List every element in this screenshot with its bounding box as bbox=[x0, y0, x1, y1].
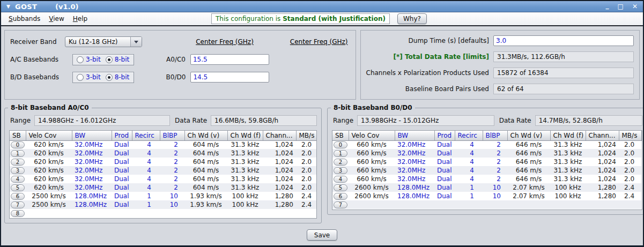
subband-button[interactable]: 5 bbox=[11, 184, 25, 191]
table-cell[interactable]: 2 bbox=[160, 140, 184, 149]
table-cell[interactable]: 32.0MHz bbox=[72, 140, 112, 149]
table-cell[interactable]: 2 bbox=[483, 166, 507, 175]
titlebar[interactable]: ▼ GOST (v1.0) _ □ ✕ bbox=[1, 1, 643, 12]
table-cell[interactable] bbox=[483, 200, 507, 209]
table-cell[interactable]: 2 bbox=[483, 149, 507, 158]
table-cell[interactable]: 4 bbox=[455, 149, 483, 158]
table-cell[interactable] bbox=[72, 209, 112, 218]
subband-button[interactable]: 6 bbox=[334, 193, 347, 200]
subband-button[interactable]: 7 bbox=[11, 201, 25, 208]
bd-8bit-label[interactable]: 8-bit bbox=[115, 73, 130, 81]
window-menu-icon[interactable]: ▼ bbox=[6, 4, 10, 9]
subband-button[interactable]: 0 bbox=[11, 141, 25, 148]
table-cell[interactable]: 32.0MHz bbox=[72, 175, 112, 183]
table-cell[interactable] bbox=[112, 209, 132, 218]
maximize-button-icon[interactable]: □ bbox=[618, 3, 624, 10]
table-cell[interactable]: 32.0MHz bbox=[395, 149, 434, 158]
table-cell[interactable]: Dual bbox=[112, 149, 132, 158]
table-cell[interactable] bbox=[132, 209, 160, 218]
subband-button[interactable]: 8 bbox=[11, 210, 25, 217]
table-cell[interactable]: 10 bbox=[483, 192, 507, 200]
subband-button[interactable]: 1 bbox=[11, 150, 25, 157]
menu-help[interactable]: Help bbox=[69, 14, 92, 24]
table-cell[interactable]: 32.0MHz bbox=[72, 149, 112, 158]
table-cell[interactable]: 2 bbox=[160, 166, 184, 175]
table-cell[interactable]: Dual bbox=[434, 183, 455, 192]
table-cell[interactable]: Dual bbox=[434, 149, 455, 158]
close-button-icon[interactable]: ✕ bbox=[632, 3, 638, 10]
subband-button[interactable]: 2 bbox=[334, 159, 347, 166]
table-cell[interactable] bbox=[395, 200, 434, 209]
table-cell[interactable]: 128.0MHz bbox=[395, 183, 434, 192]
subband-button[interactable]: 3 bbox=[334, 167, 347, 174]
table-cell[interactable]: Dual bbox=[112, 158, 132, 166]
table-cell[interactable]: 2 bbox=[483, 140, 507, 149]
minimize-button-icon[interactable]: _ bbox=[606, 2, 609, 9]
subband-button[interactable]: 7 bbox=[334, 201, 347, 208]
subband-button[interactable]: 2 bbox=[11, 159, 25, 166]
a0c0-input[interactable] bbox=[190, 54, 269, 65]
bd-8bit-radio[interactable] bbox=[106, 74, 113, 81]
table-cell[interactable]: 4 bbox=[132, 183, 160, 192]
table-cell[interactable]: 1 bbox=[132, 192, 160, 200]
b0d0-input[interactable] bbox=[190, 72, 269, 83]
subband-button[interactable]: 5 bbox=[334, 184, 347, 191]
ac-8bit-label[interactable]: 8-bit bbox=[115, 56, 130, 63]
table-cell[interactable]: Dual bbox=[434, 175, 455, 183]
dump-time-input[interactable] bbox=[493, 35, 634, 46]
ac-8bit-radio[interactable] bbox=[106, 56, 113, 63]
menu-subbands[interactable]: Subbands bbox=[4, 14, 45, 24]
table-cell[interactable]: 10 bbox=[160, 192, 184, 200]
table-cell[interactable]: 4 bbox=[132, 175, 160, 183]
subband-button[interactable]: 4 bbox=[11, 176, 25, 183]
table-cell[interactable]: 2 bbox=[160, 175, 184, 183]
table-cell[interactable]: 4 bbox=[455, 166, 483, 175]
table-cell[interactable]: 4 bbox=[455, 175, 483, 183]
table-cell[interactable]: 32.0MHz bbox=[72, 166, 112, 175]
table-cell[interactable]: 32.0MHz bbox=[395, 175, 434, 183]
subband-button[interactable]: 1 bbox=[334, 150, 347, 157]
subband-button[interactable]: 3 bbox=[11, 167, 25, 174]
table-cell[interactable]: Dual bbox=[112, 192, 132, 200]
ac-3bit-radio[interactable] bbox=[77, 56, 84, 63]
table-cell[interactable]: 32.0MHz bbox=[395, 158, 434, 166]
menu-view[interactable]: View bbox=[45, 14, 68, 24]
subband-button[interactable]: 4 bbox=[334, 176, 347, 183]
subband-button[interactable]: 6 bbox=[11, 193, 25, 200]
save-button[interactable]: Save bbox=[307, 229, 337, 241]
receiver-band-select[interactable]: Ku (12-18 GHz) bbox=[65, 36, 142, 47]
table-cell[interactable]: 32.0MHz bbox=[72, 183, 112, 192]
table-cell[interactable]: Dual bbox=[112, 200, 132, 209]
table-cell[interactable]: 4 bbox=[132, 166, 160, 175]
table-cell[interactable]: Dual bbox=[434, 140, 455, 149]
table-cell[interactable]: 2 bbox=[160, 149, 184, 158]
table-cell[interactable]: Dual bbox=[112, 183, 132, 192]
table-cell[interactable]: 1 bbox=[455, 192, 483, 200]
table-cell[interactable]: Dual bbox=[434, 166, 455, 175]
table-cell[interactable]: Dual bbox=[112, 166, 132, 175]
table-cell[interactable]: 32.0MHz bbox=[72, 158, 112, 166]
table-cell[interactable]: 32.0MHz bbox=[395, 140, 434, 149]
table-cell[interactable]: 32.0MHz bbox=[395, 166, 434, 175]
table-cell[interactable]: 4 bbox=[132, 158, 160, 166]
table-cell[interactable]: Dual bbox=[112, 175, 132, 183]
table-cell[interactable] bbox=[455, 200, 483, 209]
table-cell[interactable]: 2 bbox=[483, 175, 507, 183]
table-cell[interactable]: 4 bbox=[455, 140, 483, 149]
table-cell[interactable]: 2 bbox=[483, 158, 507, 166]
bd-3bit-label[interactable]: 3-bit bbox=[86, 73, 101, 81]
subband-button[interactable]: 0 bbox=[334, 141, 347, 148]
table-cell[interactable]: 4 bbox=[455, 158, 483, 166]
table-cell[interactable]: 1 bbox=[455, 183, 483, 192]
table-cell[interactable]: 128.0MHz bbox=[72, 192, 112, 200]
table-cell[interactable]: 1 bbox=[132, 200, 160, 209]
table-cell[interactable]: Dual bbox=[434, 158, 455, 166]
table-cell[interactable]: Dual bbox=[434, 192, 455, 200]
table-cell[interactable]: 2 bbox=[160, 158, 184, 166]
table-cell[interactable]: 4 bbox=[132, 149, 160, 158]
table-cell[interactable]: 4 bbox=[132, 140, 160, 149]
table-cell[interactable]: 128.0MHz bbox=[72, 200, 112, 209]
table-cell[interactable]: 2 bbox=[160, 183, 184, 192]
table-cell[interactable]: 10 bbox=[160, 200, 184, 209]
table-cell[interactable]: 10 bbox=[483, 183, 507, 192]
